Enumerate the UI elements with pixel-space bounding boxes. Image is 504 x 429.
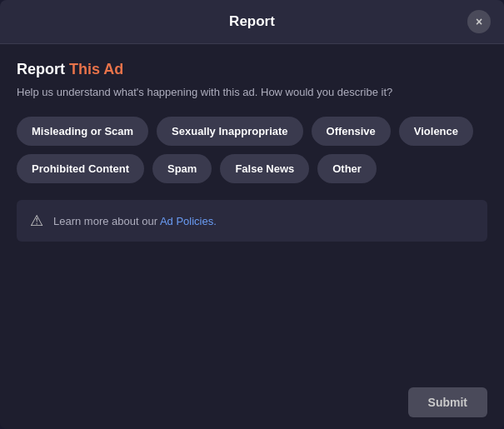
option-sexually-inappropriate[interactable]: Sexually Inappropriate <box>157 117 302 146</box>
close-icon: × <box>476 15 482 28</box>
option-misleading[interactable]: Misleading or Scam <box>17 117 148 146</box>
modal-body: Report This Ad Help us understand what's… <box>0 44 504 376</box>
ad-policies-link[interactable]: Ad Policies. <box>160 215 217 227</box>
option-other[interactable]: Other <box>317 154 377 183</box>
modal-header: Report × <box>0 0 504 44</box>
options-container: Misleading or Scam Sexually Inappropriat… <box>17 117 487 183</box>
option-offensive[interactable]: Offensive <box>312 117 391 146</box>
ad-policies-pre-text: Learn more about our <box>53 215 160 227</box>
report-description: Help us understand what's happening with… <box>17 85 487 100</box>
submit-button[interactable]: Submit <box>408 387 487 417</box>
report-modal: Report × Report This Ad Help us understa… <box>0 0 504 429</box>
ad-policies-banner: ⚠ Learn more about our Ad Policies. <box>17 200 487 242</box>
modal-footer: Submit <box>0 376 504 429</box>
report-heading: Report This Ad <box>17 61 487 78</box>
option-prohibited[interactable]: Prohibited Content <box>17 154 144 183</box>
close-button[interactable]: × <box>467 10 491 33</box>
modal-title: Report <box>229 13 275 30</box>
heading-highlight: This Ad <box>69 61 123 77</box>
heading-pre: Report <box>17 61 69 77</box>
ad-policies-text: Learn more about our Ad Policies. <box>53 215 217 227</box>
warning-icon: ⚠ <box>30 212 43 230</box>
option-false-news[interactable]: False News <box>220 154 309 183</box>
option-violence[interactable]: Violence <box>399 117 473 146</box>
option-spam[interactable]: Spam <box>152 154 212 183</box>
